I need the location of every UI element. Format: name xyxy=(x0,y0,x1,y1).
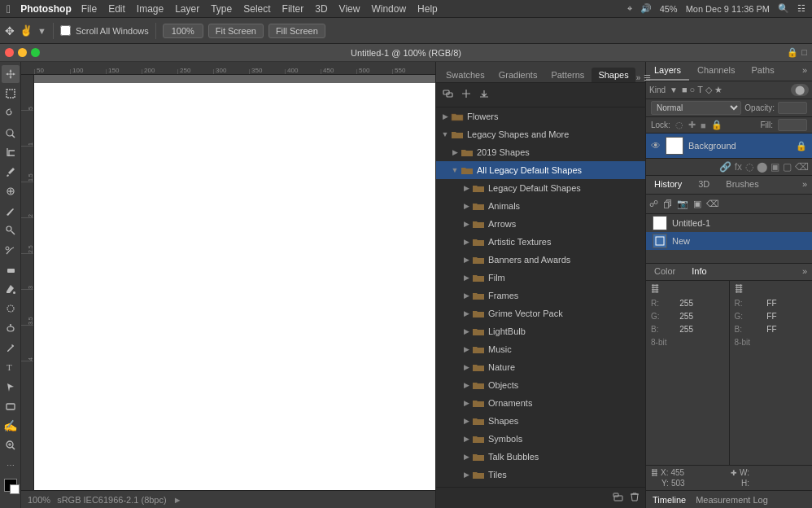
lock-artboard-icon[interactable]: ■ xyxy=(701,120,706,130)
eraser-tool[interactable] xyxy=(2,261,20,278)
tab-paths[interactable]: Paths xyxy=(744,62,783,81)
lock-all-icon[interactable]: 🔒 xyxy=(711,120,723,130)
menu-help[interactable]: Help xyxy=(417,3,438,15)
lasso-tool[interactable] xyxy=(2,104,20,122)
shapes-tree-legacy[interactable]: Legacy Shapes and More xyxy=(436,125,645,143)
zoom-level-button[interactable]: 100% xyxy=(163,24,203,38)
layer-fx-btn[interactable]: fx xyxy=(735,161,742,173)
info-dropper-icon[interactable]: 🛤 xyxy=(735,284,744,294)
move-tool[interactable] xyxy=(2,65,20,83)
coord-dropper-icon[interactable]: 🛤 xyxy=(651,469,658,477)
menu-image[interactable]: Image xyxy=(137,3,164,15)
lock-position-icon[interactable]: ✚ xyxy=(688,120,696,130)
shapes-tree-shapes[interactable]: Shapes xyxy=(436,412,645,430)
quick-select-tool[interactable] xyxy=(2,124,20,142)
shapes-tree-ornaments[interactable]: Ornaments xyxy=(436,394,645,412)
eyedropper-tool[interactable] xyxy=(2,163,20,181)
zoom-tool[interactable] xyxy=(2,436,20,454)
path-selection-tool[interactable] xyxy=(2,378,20,396)
layer-visibility-icon[interactable]: 👁 xyxy=(651,140,661,151)
shapes-tree-talk-bubbles[interactable]: Talk Bubbles xyxy=(436,448,645,466)
layers-tab-more[interactable]: » xyxy=(797,62,812,81)
shapes-tree-artistic[interactable]: Artistic Textures xyxy=(436,233,645,251)
layer-link-btn[interactable]: 🔗 xyxy=(719,161,731,173)
menu-layer[interactable]: Layer xyxy=(175,3,199,15)
tab-measurement-log[interactable]: Measurement Log xyxy=(696,495,768,505)
layer-new-btn[interactable]: ▢ xyxy=(783,161,792,173)
tab-channels[interactable]: Channels xyxy=(689,62,743,81)
tab-brushes[interactable]: Brushes xyxy=(718,176,766,194)
search-icon[interactable]: 🔍 xyxy=(778,3,789,14)
blend-mode-select[interactable]: Normal Multiply Screen xyxy=(651,101,741,115)
tab-timeline[interactable]: Timeline xyxy=(653,495,686,505)
fill-screen-button[interactable]: Fill Screen xyxy=(268,24,325,38)
shape-tool[interactable] xyxy=(2,397,20,415)
tab-3d[interactable]: 3D xyxy=(690,176,718,194)
color-info-tab-more[interactable]: » xyxy=(797,264,812,280)
filter-type-icon[interactable]: T xyxy=(697,85,703,95)
menu-3d[interactable]: 3D xyxy=(315,3,327,15)
menu-select[interactable]: Select xyxy=(243,3,270,15)
history-item-untitled[interactable]: Untitled-1 xyxy=(646,214,812,232)
shapes-tree-legacy-default[interactable]: Legacy Default Shapes xyxy=(436,179,645,197)
history-new-layer-btn[interactable]: ▣ xyxy=(693,199,701,209)
shapes-tree-animals[interactable]: Animals xyxy=(436,197,645,215)
shapes-delete-btn[interactable] xyxy=(629,491,640,505)
tab-gradients[interactable]: Gradients xyxy=(492,68,544,82)
shapes-tree-banners[interactable]: Banners and Awards xyxy=(436,251,645,269)
history-tab-more[interactable]: » xyxy=(797,176,812,194)
shapes-legacy-btn[interactable] xyxy=(459,86,474,103)
panel-double-arrow-icon[interactable]: » xyxy=(636,73,641,82)
tab-swatches[interactable]: Swatches xyxy=(439,68,491,82)
scroll-all-checkbox[interactable] xyxy=(60,25,71,36)
canvas[interactable] xyxy=(34,75,435,490)
menu-file[interactable]: File xyxy=(81,3,97,15)
color-dropper-icon[interactable]: 🛤 xyxy=(651,284,660,294)
layers-filter-toggle[interactable]: ⬤ xyxy=(791,84,809,96)
arrow-icon[interactable]: ► xyxy=(173,495,182,505)
blur-tool[interactable] xyxy=(2,300,20,318)
healing-tool[interactable] xyxy=(2,182,20,200)
marquee-tool[interactable] xyxy=(2,85,20,103)
shapes-new-group-btn[interactable] xyxy=(441,86,456,103)
shapes-tree-symbols[interactable]: Symbols xyxy=(436,430,645,448)
layer-group-btn[interactable]: ▣ xyxy=(771,161,779,173)
tab-layers[interactable]: Layers xyxy=(646,62,689,81)
panel-menu-icon[interactable]: ☰ xyxy=(644,73,651,82)
crop-tool[interactable] xyxy=(2,143,20,161)
tab-patterns[interactable]: Patterns xyxy=(544,68,591,82)
layer-delete-btn[interactable]: ⌫ xyxy=(795,161,809,173)
menu-edit[interactable]: Edit xyxy=(108,3,125,15)
shapes-tree-flowers[interactable]: Flowers xyxy=(436,107,645,125)
shapes-tree-grime[interactable]: Grime Vector Pack xyxy=(436,304,645,322)
shapes-import-btn[interactable] xyxy=(477,86,491,103)
tab-color[interactable]: Color xyxy=(646,264,683,280)
tab-history[interactable]: History xyxy=(646,176,690,194)
shapes-tree-lightbulb[interactable]: LightBulb xyxy=(436,322,645,340)
minimize-button[interactable] xyxy=(18,48,27,57)
shapes-tree-objects[interactable]: Objects xyxy=(436,376,645,394)
doc-expand-icon[interactable]: □ xyxy=(801,47,807,58)
shapes-tree-2019[interactable]: 2019 Shapes xyxy=(436,143,645,161)
fit-screen-button[interactable]: Fit Screen xyxy=(208,24,264,38)
tab-info[interactable]: Info xyxy=(683,264,714,280)
history-brush-tool[interactable] xyxy=(2,241,20,259)
shapes-tree-frames[interactable]: Frames xyxy=(436,287,645,304)
menu-view[interactable]: View xyxy=(339,3,360,15)
brush-tool[interactable] xyxy=(2,202,20,220)
shapes-tree-music[interactable]: Music xyxy=(436,340,645,358)
foreground-color[interactable] xyxy=(4,479,17,492)
history-delete-btn[interactable]: ⌫ xyxy=(706,199,719,209)
close-button[interactable] xyxy=(5,48,14,57)
filter-pixel-icon[interactable]: ■ xyxy=(682,85,688,95)
history-snapshot-btn[interactable]: ☍ xyxy=(649,199,658,209)
control-icon[interactable]: ☷ xyxy=(797,3,805,14)
shapes-tree-all-legacy[interactable]: All Legacy Default Shapes xyxy=(436,161,645,179)
shapes-tree-nature[interactable]: Nature xyxy=(436,358,645,376)
layer-background[interactable]: 👁 Background 🔒 xyxy=(646,134,812,158)
paint-bucket-tool[interactable] xyxy=(2,280,20,298)
hand-tool-icon[interactable]: ✌ xyxy=(20,24,33,37)
opacity-input[interactable]: 100% xyxy=(778,102,807,114)
background-color[interactable] xyxy=(10,484,20,494)
maximize-button[interactable] xyxy=(31,48,40,57)
